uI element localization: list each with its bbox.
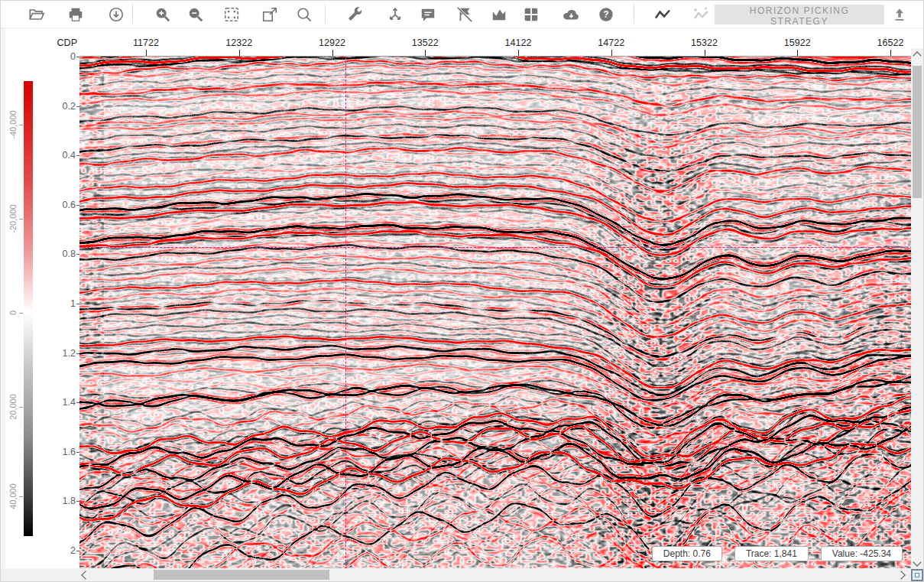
depth-tick-label: 0 <box>45 51 76 62</box>
cdp-tick-label: 13522 <box>412 37 439 48</box>
colorbar-tick-label: 0 <box>8 311 18 315</box>
toolbar-divider <box>132 4 133 24</box>
depth-tick-label: 0.2 <box>45 101 76 112</box>
depth-tick-label: 1.8 <box>45 496 76 506</box>
seismic-viewer-window: ? HORIZON PICKING STRATEGY CDP 117221232… <box>0 0 924 582</box>
settings-wrench-icon[interactable] <box>345 5 365 24</box>
zoom-out-icon[interactable] <box>186 5 206 24</box>
amplitude-colorbar <box>24 81 33 536</box>
auto-pick-icon[interactable] <box>691 5 711 24</box>
cdp-tick-mark <box>239 50 240 56</box>
pan-view-icon[interactable] <box>260 5 280 24</box>
cdp-tick-label: 11722 <box>133 37 159 48</box>
cdp-tick-mark <box>425 50 426 56</box>
cdp-tick-mark <box>332 50 333 56</box>
colorbar-tick-mark <box>19 313 23 314</box>
search-icon[interactable] <box>294 5 314 24</box>
horizon-picking-strategy-button[interactable]: HORIZON PICKING STRATEGY <box>715 5 884 24</box>
cdp-tick-label: 12322 <box>225 37 252 48</box>
cdp-tick-label: 15322 <box>691 37 718 48</box>
upload-icon[interactable] <box>890 5 909 24</box>
cdp-tick-label: 14722 <box>598 37 624 48</box>
vertical-scrollbar-thumb[interactable] <box>913 66 922 198</box>
colorbar-tick-mark <box>19 496 23 497</box>
cdp-tick-mark <box>146 50 147 56</box>
depth-tick-label: 1.2 <box>45 348 76 359</box>
depth-tick-label: 1.6 <box>45 447 76 457</box>
polyline-pick-icon[interactable] <box>653 5 673 24</box>
value-readout: Value: -425.34 <box>821 546 903 561</box>
annotations-icon[interactable] <box>418 5 438 24</box>
colorbar-tick-mark <box>19 125 23 125</box>
depth-tick-label: 0.6 <box>45 200 76 210</box>
trace-readout: Trace: 1,841 <box>734 546 809 561</box>
scroll-up-icon[interactable] <box>913 51 921 60</box>
fit-to-screen-icon[interactable] <box>222 5 242 24</box>
cdp-tick-mark <box>797 50 798 56</box>
open-folder-icon[interactable] <box>27 5 47 24</box>
help-icon[interactable]: ? <box>596 5 616 24</box>
scrollbar-corner[interactable] <box>911 568 923 581</box>
colorbar-tick-label: 20,000 <box>8 394 18 420</box>
depth-tick-label: 0.4 <box>45 150 76 161</box>
horizontal-scrollbar-thumb[interactable] <box>154 570 329 580</box>
cdp-axis-title: CDP <box>47 37 77 48</box>
depth-tick-label: 1.4 <box>45 397 76 408</box>
move-axes-icon[interactable] <box>385 5 405 24</box>
scroll-left-icon[interactable] <box>81 571 89 579</box>
crosshair-horizontal-line <box>79 247 913 248</box>
svg-text:?: ? <box>603 9 608 20</box>
toolbar: ? HORIZON PICKING STRATEGY <box>1 1 924 28</box>
seismic-canvas[interactable] <box>79 57 913 570</box>
colorbar-tick-label: 40,000 <box>8 483 18 509</box>
resize-grip-icon[interactable] <box>911 569 923 581</box>
grid-table-icon[interactable] <box>521 5 541 24</box>
cdp-tick-mark <box>518 50 519 56</box>
cdp-tick-mark <box>705 50 705 56</box>
left-edge-strip <box>1 28 5 582</box>
colorbar-tick-mark <box>19 407 23 408</box>
depth-tick-label: 1 <box>45 298 76 309</box>
cdp-tick-label: 14122 <box>505 37 532 48</box>
colorbar-tick-label: -40,000 <box>8 110 18 138</box>
seismic-section-view[interactable] <box>79 57 913 570</box>
toolbar-divider <box>325 4 326 24</box>
zoom-in-icon[interactable] <box>153 5 173 24</box>
print-icon[interactable] <box>66 5 86 24</box>
depth-tick-label: 0.8 <box>45 249 76 259</box>
vertical-scrollbar[interactable] <box>911 48 923 570</box>
cdp-tick-mark <box>890 50 891 56</box>
download-icon[interactable] <box>106 5 126 24</box>
depth-readout: Depth: 0.76 <box>652 546 722 561</box>
line-chart-icon[interactable] <box>489 5 509 24</box>
scroll-right-icon[interactable] <box>896 571 905 579</box>
cursor-readout: Depth: 0.76 Trace: 1,841 Value: -425.34 <box>652 546 903 561</box>
cloud-download-icon[interactable] <box>561 5 581 24</box>
scroll-down-icon[interactable] <box>913 558 921 566</box>
cdp-tick-mark <box>611 50 612 56</box>
crosshair-vertical-line <box>345 57 346 570</box>
colorbar-tick-mark <box>19 219 23 219</box>
flag-off-icon[interactable] <box>455 5 475 24</box>
depth-tick-label: 2 <box>45 545 76 556</box>
cdp-tick-label: 12922 <box>319 37 345 48</box>
cdp-tick-label: 16522 <box>877 37 904 48</box>
horizontal-scrollbar[interactable] <box>1 568 913 581</box>
toolbar-divider <box>634 4 634 24</box>
cdp-tick-label: 15922 <box>784 37 811 48</box>
colorbar-tick-label: -20,000 <box>8 204 18 232</box>
